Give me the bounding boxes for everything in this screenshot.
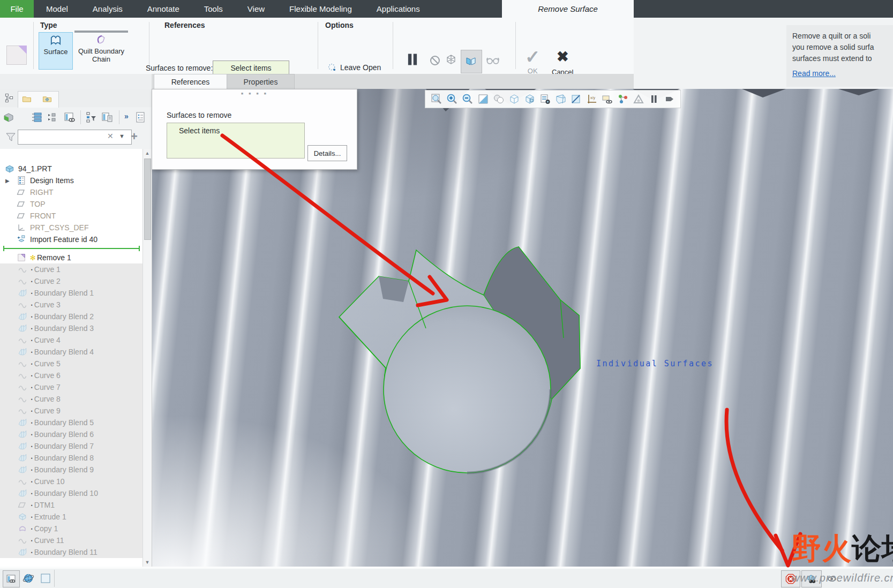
menu-analysis[interactable]: Analysis: [80, 0, 135, 18]
menu-flexible-modeling[interactable]: Flexible Modeling: [277, 0, 364, 18]
tree-item-boundary-blend-5[interactable]: ▪Boundary Blend 5: [0, 417, 143, 428]
search-dropdown-icon[interactable]: ▼: [119, 133, 125, 139]
tree-columns-icon[interactable]: [63, 111, 76, 124]
datum-display-icon[interactable]: x/y: [584, 92, 599, 106]
surface-type-button[interactable]: Surface: [39, 32, 73, 70]
tree-item-front[interactable]: FRONT: [0, 210, 143, 222]
tree-item-boundary-blend-6[interactable]: ▪Boundary Blend 6: [0, 428, 143, 440]
model-tree-tab-icon[interactable]: [4, 93, 14, 103]
preview-glasses-button[interactable]: [485, 53, 500, 68]
expand-items-icon[interactable]: [46, 111, 59, 124]
leave-open-toggle[interactable]: Leave Open: [327, 62, 381, 73]
tree-item-boundary-blend-3[interactable]: ▪Boundary Blend 3: [0, 322, 143, 334]
named-views-icon[interactable]: [522, 92, 537, 106]
read-more-link[interactable]: Read more...: [792, 68, 836, 79]
tree-item-curve-6[interactable]: ▪Curve 6: [0, 370, 143, 381]
tree-item-top[interactable]: TOP: [0, 198, 143, 210]
tree-item-boundary-blend-9[interactable]: ▪Boundary Blend 9: [0, 464, 143, 476]
preview-on-button[interactable]: [461, 50, 482, 73]
details-button[interactable]: Details...: [307, 145, 347, 161]
tree-item-curve-11[interactable]: ▪Curve 11: [0, 534, 143, 546]
tree-list-icon[interactable]: [31, 111, 43, 124]
collapse-icon[interactable]: [662, 92, 677, 106]
tree-options-icon[interactable]: [134, 111, 147, 124]
menu-model[interactable]: Model: [34, 0, 80, 18]
tab-references[interactable]: References: [154, 74, 227, 89]
tree-scrollbar[interactable]: ▲ ▼: [142, 149, 152, 567]
tree-item-boundary-blend-10[interactable]: ▪Boundary Blend 10: [0, 487, 143, 499]
tree-item-curve-3[interactable]: ▪Curve 3: [0, 299, 143, 311]
tree-item-curve-5[interactable]: ▪Curve 5: [0, 358, 143, 370]
tree-item-prt-csys-def[interactable]: PRT_CSYS_DEF: [0, 222, 143, 233]
tree-item-import-feature-id-40[interactable]: Import Feature id 40: [0, 233, 143, 245]
tree-item-copy-1[interactable]: ▪Copy 1: [0, 523, 143, 534]
analysis-icon[interactable]: [631, 92, 646, 106]
surfaces-to-remove-collector[interactable]: Select items: [213, 61, 289, 75]
menu-tools[interactable]: Tools: [192, 0, 235, 18]
tree-item-boundary-blend-1[interactable]: ▪Boundary Blend 1: [0, 287, 143, 299]
add-filter-button[interactable]: +: [131, 130, 138, 144]
file-menu-button[interactable]: File: [0, 0, 34, 18]
panel-drag-handle[interactable]: ▪ ▪ ▪ ▪: [152, 89, 357, 97]
sections-icon[interactable]: [568, 92, 584, 106]
pause-sm-icon[interactable]: [646, 92, 662, 106]
clear-search-icon[interactable]: ✕: [107, 132, 114, 140]
perspective-icon[interactable]: [553, 92, 568, 106]
tree-item-design-items[interactable]: ▶Design Items: [0, 175, 143, 186]
ok-button[interactable]: ✓ OK: [525, 49, 541, 75]
tree-item-boundary-blend-7[interactable]: ▪Boundary Blend 7: [0, 440, 143, 452]
tree-item-extrude-1[interactable]: ▪Extrude 1: [0, 511, 143, 523]
pause-feature-button[interactable]: [405, 52, 420, 67]
tree-item-boundary-blend-11[interactable]: ▪Boundary Blend 11: [0, 546, 143, 558]
tree-item-boundary-blend-8[interactable]: ▪Boundary Blend 8: [0, 452, 143, 464]
tree-item-curve-7[interactable]: ▪Curve 7: [0, 381, 143, 393]
insertion-indicator[interactable]: [3, 245, 140, 252]
tree-search-input[interactable]: [18, 130, 132, 145]
tab-remove-surface[interactable]: Remove Surface: [502, 0, 634, 18]
scroll-down-icon[interactable]: ▼: [143, 560, 152, 565]
refit-icon[interactable]: [429, 92, 444, 106]
tree-item-right[interactable]: RIGHT: [0, 186, 143, 198]
menu-view[interactable]: View: [235, 0, 277, 18]
tree-item-curve-10[interactable]: ▪Curve 10: [0, 476, 143, 487]
tree-item-curve-9[interactable]: ▪Curve 9: [0, 405, 143, 417]
annotation-display-icon[interactable]: [599, 92, 615, 106]
tree-item-curve-2[interactable]: ▪Curve 2: [0, 275, 143, 287]
tree-settings-icon[interactable]: [101, 111, 114, 124]
tree-item-curve-1[interactable]: ▪Curve 1: [0, 263, 143, 275]
no-preview-button[interactable]: [429, 54, 441, 67]
folder-browser-tab[interactable]: [18, 91, 59, 108]
stop-button[interactable]: [781, 570, 800, 587]
quilt-boundary-chain-button[interactable]: Quilt Boundary Chain: [74, 32, 128, 69]
cancel-button[interactable]: ✖ Cancel: [552, 49, 573, 76]
display-style-icon[interactable]: [506, 92, 522, 106]
expand-arrow-icon[interactable]: ▶: [5, 178, 10, 184]
tree-item-boundary-blend-2[interactable]: ▪Boundary Blend 2: [0, 311, 143, 322]
tree-item-remove-1[interactable]: ✻Remove 1: [0, 252, 143, 263]
show-model-icon[interactable]: [2, 111, 15, 124]
tree-filter-icon[interactable]: [85, 111, 97, 124]
tree-item-dtm1[interactable]: ▪DTM1: [0, 499, 143, 511]
blank-view-button[interactable]: [37, 570, 54, 586]
menu-annotate[interactable]: Annotate: [135, 0, 192, 18]
view-manager-icon[interactable]: [537, 92, 553, 106]
scrollbar-thumb[interactable]: [144, 159, 151, 240]
visibility-button[interactable]: [824, 570, 840, 586]
web-browser-button[interactable]: [20, 570, 36, 586]
tree-item-boundary-blend-4[interactable]: ▪Boundary Blend 4: [0, 346, 143, 358]
tree-item-curve-4[interactable]: ▪Curve 4: [0, 334, 143, 346]
spin-center-icon[interactable]: [615, 92, 631, 106]
surfaces-collector[interactable]: Select items: [167, 123, 305, 159]
more-chevrons-button[interactable]: »: [124, 112, 129, 120]
unattached-preview-button[interactable]: [445, 53, 457, 66]
shading-icon[interactable]: [491, 92, 506, 106]
tab-properties[interactable]: Properties: [227, 74, 295, 89]
tree-item-curve-8[interactable]: ▪Curve 8: [0, 393, 143, 405]
repaint-icon[interactable]: [475, 92, 491, 106]
show-panel-button[interactable]: [3, 570, 20, 587]
menu-applications[interactable]: Applications: [364, 0, 432, 18]
search-model-button[interactable]: [801, 570, 822, 587]
zoom-out-icon[interactable]: [460, 92, 475, 106]
scroll-up-icon[interactable]: ▲: [143, 150, 152, 156]
tree-item-94-1-prt[interactable]: 94_1.PRT: [0, 163, 143, 175]
